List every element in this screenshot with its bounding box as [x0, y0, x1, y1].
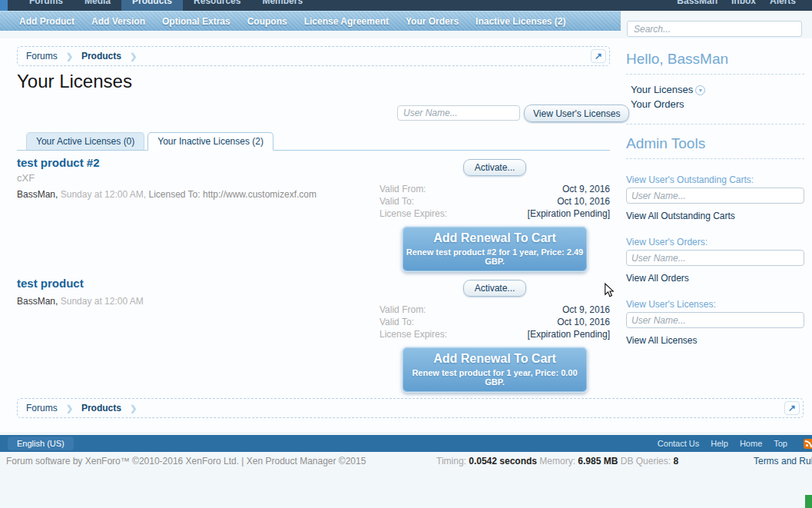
sidebar-account-links: Your Licenses▾ Your Orders — [626, 75, 804, 125]
admin-tool-outstanding-carts: View User's Outstanding Carts: View All … — [626, 174, 804, 221]
subnav-add-product[interactable]: Add Product — [11, 16, 83, 27]
valid-to-label: Valid To: — [379, 195, 414, 208]
subnav-coupons[interactable]: Coupons — [239, 16, 296, 27]
add-renewal-to-cart-button[interactable]: Add Renewal To Cart Renew test product f… — [402, 347, 588, 393]
footer-text-row: Forum software by XenForo™ ©2010-2016 Xe… — [0, 456, 812, 468]
chevron-right-icon: ❯ — [66, 51, 73, 61]
view-users-licenses-link[interactable]: View User's Licenses: — [626, 299, 804, 312]
page: Forums Media Products Resources Members … — [0, 0, 812, 508]
tab-active-licenses[interactable]: Your Active Licenses (0) — [26, 132, 144, 150]
subnav-your-orders[interactable]: Your Orders — [397, 16, 467, 27]
valid-from-label: Valid From: — [379, 183, 426, 195]
outstanding-carts-username-input[interactable] — [626, 188, 804, 204]
db-queries-label: DB Queries: — [621, 456, 671, 466]
license-title-link[interactable]: test product — [17, 277, 84, 290]
breadcrumb-forums[interactable]: Forums — [18, 403, 66, 413]
tab-inactive-licenses[interactable]: Your Inactive Licenses (2) — [147, 132, 273, 151]
license-title-link[interactable]: test product #2 — [17, 156, 100, 169]
timing-label: Timing: — [436, 456, 466, 466]
valid-from-value: Oct 9, 2016 — [562, 304, 610, 316]
help-link[interactable]: Help — [711, 439, 728, 448]
view-all-orders-link[interactable]: View All Orders — [626, 273, 804, 284]
chevron-right-icon: ❯ — [66, 403, 73, 413]
debug-stats: Timing: 0.0542 seconds Memory: 6.985 MB … — [436, 456, 678, 466]
breadcrumb-forums[interactable]: Forums — [18, 51, 66, 61]
terms-and-rules-link[interactable]: Terms and Rules — [754, 456, 812, 466]
license-expires-label: License Expires: — [379, 328, 447, 340]
detail-row: Valid To: Oct 10, 2016 — [379, 195, 610, 208]
jump-to-navigation-icon[interactable]: ↗ — [591, 49, 606, 63]
view-users-licenses-button[interactable]: View User's Licenses — [524, 105, 629, 122]
sidebar-greeting: Hello, BassMan — [626, 51, 804, 75]
breadcrumb: Forums ❯ Products ❯ ↗ — [17, 46, 610, 66]
add-renewal-to-cart-button[interactable]: Add Renewal To Cart Renew test product #… — [402, 226, 588, 272]
license-date: Sunday at 12:00 AM — [61, 296, 144, 307]
home-link[interactable]: Home — [740, 439, 762, 448]
footer-links: Contact Us Help Home Top — [658, 439, 787, 448]
license-licensed-to: Licensed To: http://www.customizexf.com — [148, 189, 317, 200]
admin-tool-orders: View User's Orders: View All Orders — [626, 237, 804, 284]
search-input[interactable] — [627, 21, 802, 37]
top-link[interactable]: Top — [774, 439, 787, 448]
sidebar-your-licenses-label: Your Licenses — [631, 84, 693, 95]
admin-tool-licenses: View User's Licenses: View All Licenses — [626, 299, 804, 346]
jump-to-navigation-icon[interactable]: ↗ — [784, 401, 800, 415]
license-details: Activate... Valid From: Oct 9, 2016 Vali… — [379, 277, 610, 393]
valid-from-value: Oct 9, 2016 — [562, 183, 610, 195]
detail-row: License Expires: [Expiration Pending] — [379, 328, 610, 340]
subnav-optional-extras[interactable]: Optional Extras — [154, 16, 239, 27]
activate-button[interactable]: Activate... — [463, 159, 527, 176]
memory-label: Memory: — [539, 456, 575, 466]
breadcrumb-products[interactable]: Products — [73, 51, 130, 61]
license-item: test product BassMan, Sunday at 12:00 AM… — [17, 277, 610, 392]
nav-tab-products[interactable]: Products — [121, 0, 183, 11]
nav-alerts-link[interactable]: Alerts — [763, 0, 803, 11]
nav-account-username[interactable]: BassMan — [670, 0, 724, 11]
dropdown-menu-icon[interactable]: ▾ — [695, 85, 705, 95]
renew-button-title: Add Renewal To Cart — [403, 231, 587, 245]
corner-widget — [805, 495, 812, 508]
contact-us-link[interactable]: Contact Us — [658, 439, 699, 448]
subnav-add-version[interactable]: Add Version — [83, 16, 154, 27]
nav-inbox-link[interactable]: Inbox — [724, 0, 763, 11]
renew-button-detail: Renew test product for 1 year, Price: 0.… — [403, 368, 587, 387]
valid-to-value: Oct 10, 2016 — [557, 316, 610, 328]
view-users-orders-link[interactable]: View User's Orders: — [626, 237, 804, 250]
nav-tab-resources[interactable]: Resources — [183, 0, 251, 11]
subnav-license-agreement[interactable]: License Agreement — [296, 16, 397, 27]
copyright-text: Forum software by XenForo™ ©2010-2016 Xe… — [6, 456, 366, 466]
sidebar-your-licenses-link[interactable]: Your Licenses▾ — [631, 82, 804, 97]
sidebar-admin-tools-title: Admin Tools — [626, 135, 804, 159]
view-all-outstanding-carts-link[interactable]: View All Outstanding Carts — [626, 211, 804, 221]
license-owner[interactable]: BassMan, — [17, 189, 58, 200]
db-queries-value: 8 — [673, 456, 678, 466]
nav-tab-forums[interactable]: Forums — [18, 0, 74, 11]
subnav-inactive-licenses[interactable]: Inactive Licenses (2) — [467, 16, 574, 27]
nav-account-links: BassMan Inbox Alerts — [670, 0, 803, 11]
language-chooser[interactable]: English (US) — [8, 437, 74, 450]
page-title: Your Licenses — [17, 71, 132, 92]
valid-to-value: Oct 10, 2016 — [557, 195, 610, 208]
activate-button[interactable]: Activate... — [463, 280, 527, 297]
licenses-username-input[interactable] — [626, 312, 804, 328]
view-users-outstanding-carts-link[interactable]: View User's Outstanding Carts: — [626, 174, 804, 188]
license-owner[interactable]: BassMan, — [17, 296, 58, 307]
nav-tabs: Forums Media Products Resources Members — [18, 0, 313, 11]
sidebar-your-orders-link[interactable]: Your Orders — [631, 97, 804, 111]
license-date: Sunday at 12:00 AM, — [61, 189, 146, 200]
timing-value: 0.0542 seconds — [469, 456, 537, 466]
nav-tab-media[interactable]: Media — [74, 0, 121, 11]
orders-username-input[interactable] — [626, 250, 804, 266]
license-item: test product #2 cXF BassMan, Sunday at 1… — [17, 156, 610, 271]
footer-bar: English (US) Contact Us Help Home Top — [0, 435, 812, 452]
view-all-licenses-link[interactable]: View All Licenses — [626, 335, 804, 346]
detail-row: Valid To: Oct 10, 2016 — [379, 316, 610, 328]
rss-icon[interactable] — [804, 439, 812, 449]
breadcrumb-products[interactable]: Products — [73, 403, 130, 413]
detail-row: License Expires: [Expiration Pending] — [379, 208, 610, 220]
nav-tab-members[interactable]: Members — [251, 0, 313, 11]
username-lookup-input[interactable] — [397, 105, 520, 121]
chevron-right-icon: ❯ — [130, 51, 137, 61]
renew-button-detail: Renew test product #2 for 1 year, Price:… — [403, 247, 587, 266]
navbar-left-stripe — [0, 0, 8, 11]
